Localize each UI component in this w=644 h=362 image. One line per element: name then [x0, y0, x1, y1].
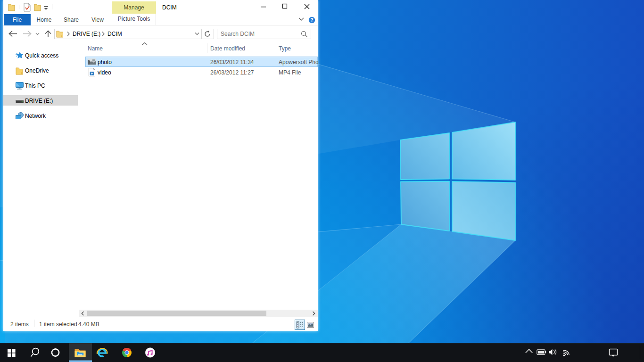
svg-text:?: ?	[310, 17, 313, 23]
